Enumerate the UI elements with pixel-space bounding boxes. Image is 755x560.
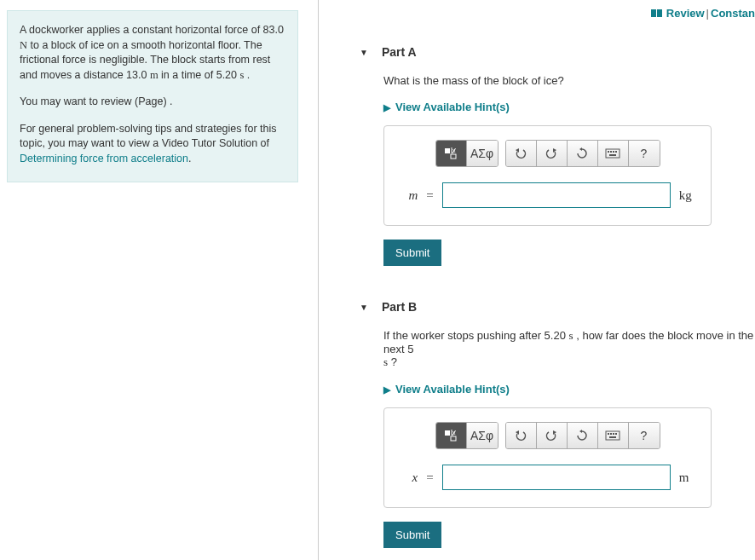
part-a-submit-button[interactable]: Submit	[383, 240, 441, 266]
svg-rect-1	[657, 9, 662, 17]
collapse-icon: ▼	[360, 48, 368, 57]
svg-rect-14	[615, 151, 617, 153]
unit-m: m	[150, 69, 158, 81]
svg-rect-13	[613, 151, 614, 153]
help-button[interactable]: ?	[629, 423, 660, 448]
svg-rect-28	[615, 433, 617, 435]
part-b-header[interactable]: ▼ Part B	[360, 300, 755, 314]
svg-rect-2	[445, 148, 450, 153]
part-b-variable: x	[397, 471, 418, 485]
undo-button[interactable]	[506, 141, 537, 166]
expand-icon: ▶	[383, 102, 390, 113]
part-b-hints-toggle[interactable]: ▶View Available Hint(s)	[383, 383, 755, 395]
part-a-question: What is the mass of the block of ice?	[383, 74, 755, 87]
redo-button[interactable]	[537, 423, 568, 448]
problem-text: in a time of 5.20	[158, 69, 240, 81]
part-b-toolbar: x ΑΣφ	[396, 422, 699, 449]
problem-text: A dockworker applies a constant horizont…	[20, 24, 284, 36]
part-b: ▼ Part B If the worker stops pushing aft…	[360, 300, 755, 548]
part-b-unit: m	[679, 471, 698, 485]
expand-icon: ▶	[383, 384, 390, 395]
hints-label: View Available Hint(s)	[395, 383, 510, 395]
keyboard-button[interactable]	[598, 423, 629, 448]
problem-tips-end: .	[188, 153, 191, 165]
part-a-input[interactable]	[442, 182, 671, 208]
collapse-icon: ▼	[360, 303, 368, 312]
reset-button[interactable]	[568, 423, 598, 448]
part-a: ▼ Part A What is the mass of the block o…	[360, 45, 755, 266]
template-button[interactable]: x	[436, 141, 467, 166]
problem-review-hint: You may want to review (Page) .	[20, 95, 285, 110]
hints-label: View Available Hint(s)	[395, 101, 510, 113]
book-icon	[651, 9, 663, 18]
problem-statement: A dockworker applies a constant horizont…	[7, 10, 298, 182]
part-a-unit: kg	[679, 188, 698, 203]
part-b-submit-button[interactable]: Submit	[383, 522, 441, 548]
svg-marker-9	[579, 147, 582, 151]
svg-rect-25	[608, 433, 609, 435]
greek-symbols-button[interactable]: ΑΣφ	[467, 141, 498, 166]
greek-symbols-button[interactable]: ΑΣφ	[467, 423, 498, 448]
video-tutor-link[interactable]: Determining force from acceleration	[20, 153, 188, 165]
svg-rect-16	[445, 430, 450, 436]
problem-tips-intro: For general problem-solving tips and str…	[20, 123, 277, 150]
help-button[interactable]: ?	[629, 141, 660, 166]
template-button[interactable]: x	[436, 423, 467, 448]
part-b-input[interactable]	[442, 465, 671, 490]
unit-N: N	[20, 39, 27, 51]
redo-button[interactable]	[537, 141, 568, 166]
part-a-toolbar: x ΑΣφ	[396, 140, 699, 167]
svg-rect-0	[651, 9, 656, 17]
keyboard-button[interactable]	[598, 141, 629, 166]
part-a-hints-toggle[interactable]: ▶View Available Hint(s)	[383, 101, 755, 113]
svg-rect-15	[609, 154, 616, 156]
top-links: Review|Constan	[334, 7, 755, 20]
svg-rect-4	[451, 154, 456, 159]
equals-sign: =	[426, 471, 433, 485]
svg-marker-23	[579, 430, 582, 433]
part-a-variable: m	[397, 188, 418, 203]
svg-rect-18	[451, 436, 456, 441]
svg-rect-27	[613, 433, 614, 435]
svg-rect-29	[609, 436, 616, 438]
svg-rect-11	[608, 151, 609, 153]
svg-rect-10	[606, 149, 620, 158]
problem-text: .	[244, 69, 250, 81]
svg-rect-24	[606, 431, 620, 440]
svg-rect-12	[610, 151, 612, 153]
undo-button[interactable]	[506, 423, 537, 448]
part-b-question: If the worker stops pushing after 5.20 s…	[383, 329, 755, 369]
svg-rect-26	[610, 433, 612, 435]
vertical-divider	[318, 0, 319, 560]
reset-button[interactable]	[568, 141, 598, 166]
part-a-header[interactable]: ▼ Part A	[360, 45, 755, 59]
review-link[interactable]: Review	[666, 7, 705, 20]
constants-link[interactable]: Constan	[711, 7, 755, 20]
part-a-answer-panel: x ΑΣφ	[383, 125, 712, 226]
part-b-title: Part B	[382, 300, 417, 314]
part-b-answer-panel: x ΑΣφ	[383, 407, 712, 508]
equals-sign: =	[426, 188, 433, 203]
part-a-title: Part A	[382, 45, 417, 59]
